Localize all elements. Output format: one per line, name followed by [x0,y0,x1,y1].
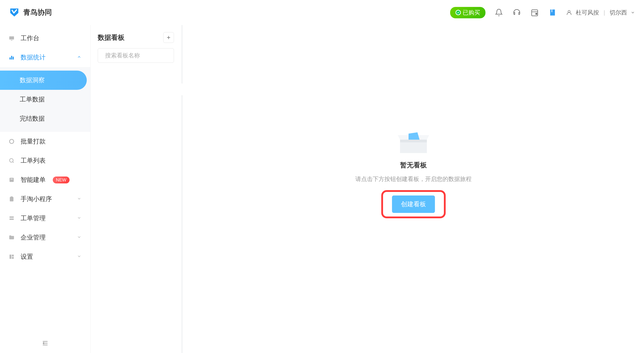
empty-description: 请点击下方按钮创建看板，开启您的数据旅程 [355,175,472,183]
new-badge: NEW [53,176,70,183]
sub-nav-insights[interactable]: 数据洞察 [0,71,87,90]
svg-rect-0 [532,10,538,16]
secondary-sidebar: 数据看板 [90,25,181,353]
app-header: 青鸟协同 已购买 [0,0,644,25]
headset-icon[interactable] [512,8,521,17]
layers-icon [8,215,15,222]
user-org: 切尔西 [610,9,627,16]
logo-area[interactable]: 青鸟协同 [9,7,52,18]
purchased-badge[interactable]: 已购买 [450,7,486,18]
search-box[interactable] [98,48,174,63]
chevron-down-icon [77,254,82,260]
secondary-title: 数据看板 [98,33,124,42]
monitor-icon [8,35,15,42]
empty-state: 暂无看板 请点击下方按钮创建看板，开启您的数据旅程 创建看板 [355,124,472,218]
svg-rect-19 [10,255,12,259]
logo-text: 青鸟协同 [23,7,52,17]
sub-nav-statistics: 数据洞察 工单数据 完结数据 [0,67,90,132]
svg-rect-6 [11,40,12,40]
svg-point-10 [10,139,14,144]
chart-bar-icon [8,54,15,61]
header-actions: 已购买 [450,7,635,18]
book-icon[interactable] [548,8,557,17]
svg-rect-13 [10,178,14,182]
empty-illustration-icon [396,124,431,155]
nav-label: 企业管理 [20,233,46,242]
nav-label: 工单管理 [20,214,46,223]
svg-rect-32 [400,140,427,142]
layout-icon [8,253,15,260]
user-icon [566,9,572,16]
user-name: 杜可风按 [576,9,599,16]
nav-label: 设置 [20,253,33,261]
chevron-up-icon [77,55,82,60]
nav-label: 数据统计 [20,53,46,62]
check-circle-icon [456,10,461,15]
sub-nav-completed-data[interactable]: 完结数据 [0,109,90,128]
empty-title: 暂无看板 [400,161,427,170]
user-divider: | [604,9,605,16]
nav-item-statistics[interactable]: 数据统计 [0,48,90,67]
secondary-header: 数据看板 [98,32,174,43]
calendar-icon[interactable] [530,8,539,17]
svg-point-4 [568,10,570,12]
add-dashboard-button[interactable] [163,32,174,43]
nav-item-batch-payment[interactable]: 批量打款 [0,132,90,151]
chevron-down-icon [77,235,82,240]
svg-rect-5 [10,36,14,39]
nav-item-ticket-manage[interactable]: 工单管理 [0,209,90,228]
doc-square-icon [8,176,15,183]
svg-rect-15 [10,197,14,202]
nav-label: 智能建单 [20,176,46,184]
nav-label: 批量打款 [20,137,46,146]
logo-icon [9,7,20,18]
svg-rect-3 [552,9,552,12]
nav-item-settings[interactable]: 设置 [0,247,90,266]
purchased-label: 已购买 [463,9,480,16]
create-dashboard-button[interactable]: 创建看板 [392,196,435,213]
nav-label: 工单列表 [20,156,46,165]
nav-item-enterprise[interactable]: 企业管理 [0,228,90,247]
svg-rect-7 [10,57,11,59]
primary-sidebar: 工作台 数据统计 数据洞察 工单数据 [0,25,90,353]
search-input[interactable] [105,52,178,59]
search-circle-icon [8,157,15,164]
svg-point-2 [536,13,537,14]
collapse-sidebar-icon[interactable] [42,340,49,348]
svg-rect-16 [10,196,12,198]
svg-line-12 [13,162,14,163]
nav-label: 手淘小程序 [20,195,52,203]
svg-rect-17 [10,217,14,218]
user-menu[interactable]: 杜可风按 | 切尔西 [566,9,635,16]
svg-rect-20 [12,255,14,257]
main-content: 暂无看板 请点击下方按钮创建看板，开启您的数据旅程 创建看板 [183,25,644,353]
nav-item-workbench[interactable]: 工作台 [0,28,90,48]
svg-rect-8 [11,56,12,59]
nav-item-smart-ticket[interactable]: 智能建单 NEW [0,170,90,189]
svg-rect-18 [10,219,14,220]
svg-rect-14 [10,179,12,179]
folder-icon [8,234,15,241]
sub-nav-ticket-data[interactable]: 工单数据 [0,90,90,109]
chevron-down-icon [77,196,82,202]
create-button-highlight: 创建看板 [381,190,446,218]
clipboard-icon [8,196,15,203]
svg-rect-21 [12,257,14,259]
nav-item-miniprogram[interactable]: 手淘小程序 [0,189,90,209]
chevron-down-icon [77,216,82,221]
nav-item-ticket-list[interactable]: 工单列表 [0,151,90,170]
bell-icon[interactable] [494,8,503,17]
chevron-down-icon [630,10,635,15]
plus-icon [166,35,171,40]
svg-point-11 [10,159,13,162]
circle-icon [8,138,15,145]
svg-rect-9 [13,57,14,60]
nav-label: 工作台 [20,34,39,42]
